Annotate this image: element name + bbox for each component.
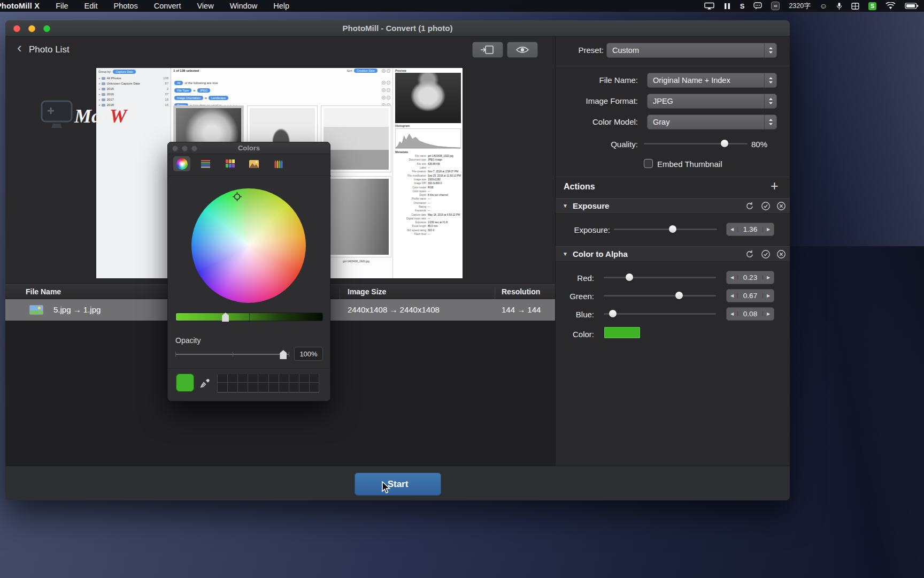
parallels-icon[interactable] [723,3,731,10]
dictation-icon[interactable] [836,2,842,10]
column-image-size[interactable]: Image Size [348,287,386,296]
stepper-decrement-icon[interactable]: ◀ [727,227,738,232]
metadata-value: --- [428,209,461,212]
remove-action-icon[interactable] [776,201,786,211]
red-stepper[interactable]: ◀ 0.23 ▶ [726,271,774,284]
album-count: 2 [167,87,168,90]
opacity-slider-knob[interactable] [280,350,287,359]
enable-action-icon[interactable] [761,249,771,259]
slider-track[interactable] [604,295,716,296]
red-slider[interactable] [604,270,716,285]
messages-icon[interactable] [753,2,762,10]
metadata-key: Flash fired [395,233,426,235]
exposure-stepper[interactable]: ◀ 1.36 ▶ [726,223,774,236]
wifi-icon[interactable] [886,2,896,10]
keyboard-viewer-icon[interactable] [851,3,859,10]
slider-track[interactable] [614,229,717,230]
creative-cloud-icon[interactable]: ∞ [771,2,780,10]
embed-thumbnail-checkbox[interactable] [644,159,653,168]
swatch-grid[interactable] [217,374,319,393]
tab-color-palettes[interactable] [221,156,238,171]
quality-slider[interactable] [644,136,748,151]
slider-knob[interactable] [721,140,728,147]
menu-item[interactable]: View [197,2,213,10]
tab-color-sliders[interactable] [197,156,214,171]
input-source-icon[interactable]: ☺ [820,2,827,10]
tab-pencils[interactable] [270,156,287,171]
title-bar[interactable]: PhotoMill - Convert (1 photo) [5,20,790,36]
menu-item[interactable]: Convert [154,2,181,10]
stepper-decrement-icon[interactable]: ◀ [727,275,738,280]
menu-item[interactable]: Photos [114,2,138,10]
current-color-swatch[interactable] [176,374,194,392]
green-stepper[interactable]: ◀ 0.67 ▶ [726,289,774,302]
metadata-key: Label [395,166,426,169]
filter-op: is [193,89,195,92]
preview-toggle-button[interactable] [507,42,538,58]
color-wheel[interactable] [191,188,306,303]
green-slider[interactable] [604,288,716,303]
color-to-alpha-section-header[interactable]: ▼ Color to Alpha [556,246,790,262]
back-photo-list-button[interactable]: Photo List [29,44,70,55]
stepper-increment-icon[interactable]: ▶ [763,275,774,280]
colors-panel-titlebar[interactable]: Colors [168,142,330,154]
column-file-name[interactable]: File Name [26,287,61,296]
column-resolution[interactable]: Resolution [502,287,540,296]
disclosure-down-icon[interactable]: ▼ [563,252,568,257]
opacity-slider[interactable] [175,350,289,359]
stepper-increment-icon[interactable]: ▶ [763,293,774,298]
metadata-row: Profile name --- [394,197,463,201]
brightness-gradient-slider[interactable] [175,313,323,321]
gradient-slider-knob[interactable] [222,313,229,322]
cell-image-size: 2440x1408 → 2440x1408 [348,305,440,314]
remove-action-icon[interactable] [776,249,786,259]
album-list-item: 2015 2 [96,86,171,92]
divider [168,368,331,369]
stepper-increment-icon[interactable]: ▶ [763,227,774,232]
slider-knob[interactable] [609,310,617,317]
blue-stepper[interactable]: ◀ 0.08 ▶ [726,307,774,321]
input-word-count[interactable]: 2320字 [789,2,810,11]
popup-stepper-icon [764,73,776,87]
reset-action-icon[interactable] [745,249,754,259]
airplay-icon[interactable] [704,2,714,10]
exposure-slider[interactable] [614,222,717,237]
battery-icon[interactable] [905,3,919,9]
skype-icon[interactable]: S [740,2,745,10]
slider-knob[interactable] [675,292,683,299]
menu-item[interactable]: Window [230,2,258,10]
start-button[interactable]: Start [355,473,441,496]
stepper-decrement-icon[interactable]: ◀ [727,293,738,298]
stepper-decrement-icon[interactable]: ◀ [727,311,738,316]
menu-app-name[interactable]: PhotoMill X [0,2,40,10]
tab-image-palettes[interactable] [245,156,263,171]
exposure-section-header[interactable]: ▼ Exposure [556,198,790,214]
reset-action-icon[interactable] [745,201,754,211]
slider-track[interactable] [604,277,716,278]
blue-slider[interactable] [604,307,716,321]
divider [556,66,790,66]
add-action-button[interactable]: + [771,179,779,193]
file-name-popup[interactable]: Original Name + Index [647,73,777,88]
slider-track[interactable] [604,313,716,315]
menu-item[interactable]: Edit [84,2,98,10]
menu-item[interactable]: Help [273,2,289,10]
alpha-color-well[interactable] [604,326,641,339]
image-format-popup[interactable]: JPEG [647,94,777,109]
menu-item[interactable]: File [56,2,68,10]
slider-knob[interactable] [626,273,633,281]
slider-knob[interactable] [669,225,676,233]
preset-popup[interactable]: Custom [606,43,777,58]
color-model-popup[interactable]: Gray [647,115,777,130]
convert-preview-button[interactable] [472,42,503,58]
enable-action-icon[interactable] [761,201,771,211]
tab-color-wheel[interactable] [173,156,190,171]
color-wheel-cursor[interactable] [233,192,242,201]
eyedropper-icon[interactable] [199,376,212,389]
back-chevron-icon[interactable]: ‹ [17,41,22,55]
sogou-input-icon[interactable]: S [868,2,876,10]
stepper-increment-icon[interactable]: ▶ [763,311,774,316]
slider-track[interactable] [644,143,748,144]
quality-label: Quality: [562,140,638,149]
disclosure-down-icon[interactable]: ▼ [563,203,568,209]
